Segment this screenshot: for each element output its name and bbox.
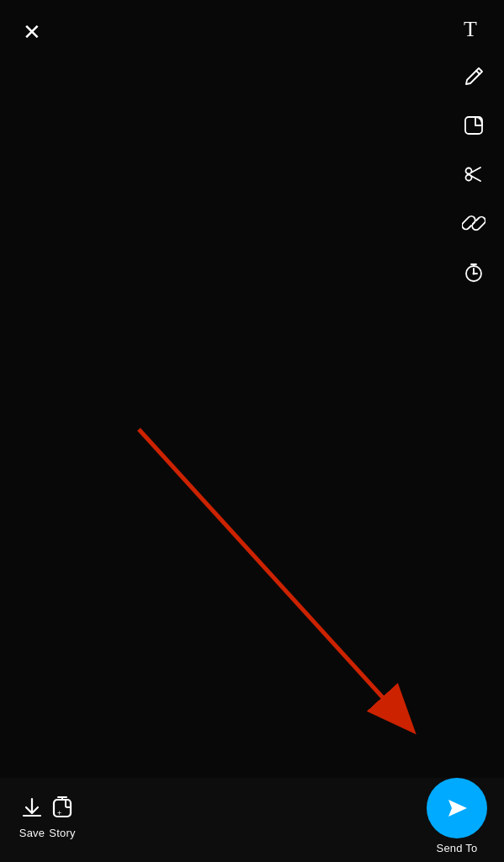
timer-tool-button[interactable] [459, 257, 489, 287]
send-to-wrapper: Send To [427, 778, 487, 854]
link-tool-button[interactable] [459, 208, 489, 238]
svg-text:T: T [464, 17, 477, 40]
right-toolbar: T [459, 13, 489, 287]
send-to-label: Send To [437, 842, 478, 854]
save-label: Save [19, 827, 45, 839]
svg-line-5 [471, 176, 480, 181]
svg-marker-17 [448, 800, 467, 817]
save-icon [17, 793, 47, 823]
text-tool-button[interactable]: T [459, 13, 489, 43]
close-button[interactable]: ✕ [17, 17, 47, 47]
scissors-tool-button[interactable] [459, 159, 489, 189]
draw-tool-button[interactable] [459, 61, 489, 92]
annotation-arrow [0, 0, 504, 862]
svg-line-13 [139, 429, 411, 728]
svg-text:+: + [57, 809, 61, 817]
svg-line-4 [471, 168, 480, 173]
bottom-bar: Save + Story Sen [0, 778, 504, 862]
top-bar: ✕ [0, 0, 504, 47]
save-button[interactable]: Save [17, 793, 47, 839]
story-button[interactable]: + Story [47, 793, 77, 839]
story-label: Story [49, 827, 75, 839]
story-icon: + [47, 793, 77, 823]
sticker-tool-button[interactable] [459, 110, 489, 141]
svg-point-11 [473, 273, 475, 275]
screen: ✕ T [0, 0, 504, 862]
send-to-button[interactable] [427, 778, 487, 838]
